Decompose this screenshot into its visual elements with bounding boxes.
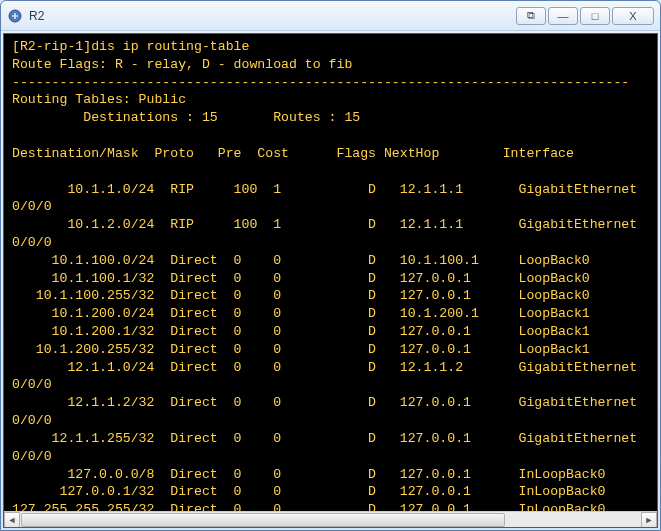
window-controls: ⧉ — □ X xyxy=(516,7,654,25)
terminal-output[interactable]: [R2-rip-1]dis ip routing-table Route Fla… xyxy=(4,34,657,511)
restore-down-button[interactable]: ⧉ xyxy=(516,7,546,25)
app-window: R2 ⧉ — □ X [R2-rip-1]dis ip routing-tabl… xyxy=(0,0,661,531)
close-button[interactable]: X xyxy=(612,7,654,25)
scrollbar-thumb[interactable] xyxy=(21,513,505,527)
titlebar[interactable]: R2 ⧉ — □ X xyxy=(1,1,660,31)
maximize-button[interactable]: □ xyxy=(580,7,610,25)
window-title: R2 xyxy=(29,9,516,23)
router-icon xyxy=(7,8,23,24)
terminal-container: [R2-rip-1]dis ip routing-table Route Fla… xyxy=(3,33,658,528)
scroll-left-button[interactable]: ◄ xyxy=(4,512,20,528)
scrollbar-track[interactable] xyxy=(20,512,641,528)
horizontal-scrollbar[interactable]: ◄ ► xyxy=(4,511,657,527)
minimize-button[interactable]: — xyxy=(548,7,578,25)
scroll-right-button[interactable]: ► xyxy=(641,512,657,528)
